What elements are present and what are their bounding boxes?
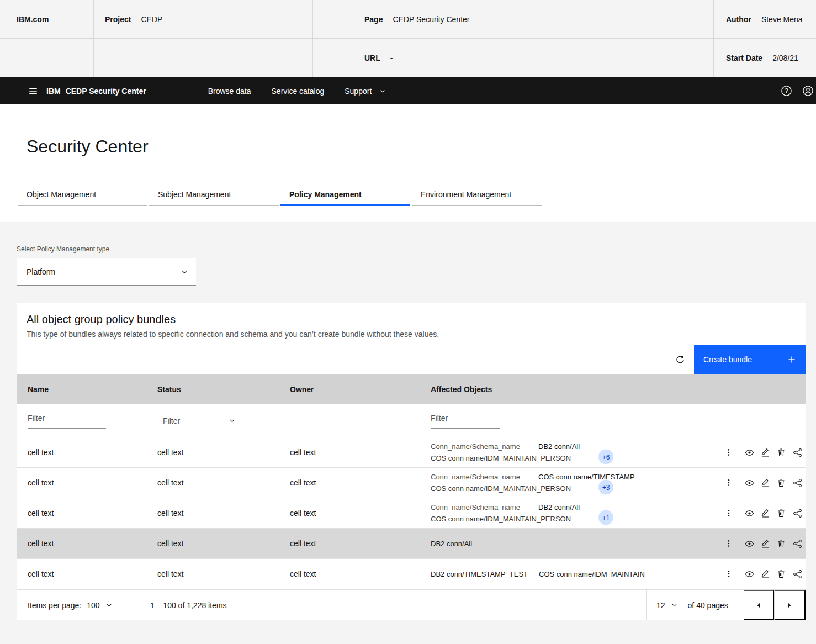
table-row[interactable]: cell text cell text cell text DB2 conn/A… <box>17 529 806 559</box>
edit-icon[interactable] <box>760 539 770 548</box>
flow-icon[interactable] <box>792 569 802 579</box>
overflow-menu-icon[interactable] <box>724 569 734 579</box>
nav-link-browse-data[interactable]: Browse data <box>208 87 251 96</box>
total-pages-text: of 40 pages <box>688 601 728 610</box>
status-filter-label: Filter <box>163 416 180 425</box>
caret-right-icon <box>785 601 794 610</box>
affected-value-2: COS conn name/IDM_MAINTAIN <box>539 568 645 580</box>
items-per-page-select[interactable]: Items per page: 100 <box>17 590 139 620</box>
cell-affected-objects: Conn_name/Schema_name COS conn name/TIME… <box>431 468 717 498</box>
edit-icon[interactable] <box>760 447 770 457</box>
policy-type-dropdown[interactable]: Platform <box>17 258 196 286</box>
status-filter-dropdown[interactable]: Filter <box>163 416 236 425</box>
delete-icon[interactable] <box>776 569 786 579</box>
cell-status-text: cell text <box>157 478 183 487</box>
bundles-subtitle: This type of bundles always related to s… <box>27 330 796 339</box>
cell-name-text: cell text <box>28 569 54 578</box>
table-body: cell text cell text cell text Conn_name/… <box>17 437 806 589</box>
nav-link-service-catalog[interactable]: Service catalog <box>272 87 325 96</box>
previous-page-button[interactable] <box>744 590 774 620</box>
delete-icon[interactable] <box>776 478 786 488</box>
chevron-down-icon <box>105 601 113 609</box>
overflow-menu-icon[interactable] <box>724 508 734 518</box>
flow-icon[interactable] <box>792 447 802 457</box>
flow-icon[interactable] <box>792 478 802 488</box>
author-label: Author <box>726 15 751 24</box>
page-label: Page <box>364 15 383 24</box>
nav-link-support-label: Support <box>345 87 372 96</box>
flow-icon[interactable] <box>792 539 802 548</box>
view-icon[interactable] <box>744 447 754 457</box>
table-filter-row: Filter Filter Filter <box>17 404 806 437</box>
tab-subject-management[interactable]: Subject Management <box>149 186 279 206</box>
help-icon[interactable]: ? <box>780 85 793 98</box>
delete-icon[interactable] <box>776 447 786 457</box>
next-page-button[interactable] <box>774 590 806 620</box>
tab-object-management[interactable]: Object Management <box>18 186 147 206</box>
chevron-down-icon <box>671 601 678 609</box>
affected-count-badge[interactable]: +1 <box>598 510 613 525</box>
cell-owner-text: cell text <box>290 448 316 457</box>
affected-label: Conn_name/Schema_name <box>431 441 538 452</box>
edit-icon[interactable] <box>760 508 770 518</box>
plus-icon <box>787 355 796 364</box>
affected-count-badge[interactable]: +6 <box>598 450 613 464</box>
overflow-menu-icon[interactable] <box>724 447 734 457</box>
page-header: Security Center Object Management Subjec… <box>0 104 816 222</box>
ibm-brand[interactable]: IBM <box>46 87 61 96</box>
page-number-select[interactable]: 12 of 40 pages <box>646 590 744 620</box>
bundles-card: All object group policy bundles This typ… <box>17 303 806 620</box>
delete-icon[interactable] <box>776 539 786 548</box>
view-icon[interactable] <box>744 539 754 548</box>
nav-links: Browse data Service catalog Support <box>208 87 386 96</box>
flow-icon[interactable] <box>792 508 802 518</box>
affected-line2: COS conn name/IDM_MAINTAIN_PERSON <box>431 513 580 525</box>
table-row[interactable]: cell text cell text cell text Conn_name/… <box>17 498 806 529</box>
product-name[interactable]: CEDP Security Center <box>66 87 146 96</box>
bundles-toolbar: Create bundle <box>17 345 806 374</box>
table-row[interactable]: cell text cell text cell text Conn_name/… <box>17 468 806 498</box>
column-header-affected-objects: Affected Objects <box>431 385 717 394</box>
overflow-menu-icon[interactable] <box>724 478 734 488</box>
user-avatar-icon[interactable] <box>801 85 814 98</box>
tab-policy-management[interactable]: Policy Management <box>280 186 410 206</box>
create-bundle-button[interactable]: Create bundle <box>694 345 806 374</box>
meta-col-site: IBM.com <box>0 0 94 77</box>
bundles-title: All object group policy bundles <box>27 313 796 326</box>
cell-status-text: cell text <box>157 448 183 457</box>
cell-affected-objects: Conn_name/Schema_name DB2 conn/All COS c… <box>431 437 717 467</box>
affected-count-badge[interactable]: +3 <box>598 480 613 495</box>
cell-affected-objects: DB2 conn/All <box>431 529 717 558</box>
affected-filter-input[interactable]: Filter <box>431 413 500 429</box>
overflow-menu-icon[interactable] <box>724 539 734 548</box>
cell-name-text: cell text <box>28 509 54 518</box>
delete-icon[interactable] <box>776 508 786 518</box>
name-filter-input[interactable]: Filter <box>28 413 106 429</box>
column-header-status: Status <box>157 385 290 394</box>
tab-environment-management[interactable]: Environment Management <box>412 186 542 206</box>
view-icon[interactable] <box>744 508 754 518</box>
author-value: Steve Mena <box>761 15 803 24</box>
table-row[interactable]: cell text cell text cell text DB2 conn/T… <box>17 559 806 589</box>
page-value: CEDP Security Center <box>393 15 469 24</box>
url-label: URL <box>364 54 380 62</box>
nav-link-support[interactable]: Support <box>345 87 386 96</box>
table-row[interactable]: cell text cell text cell text Conn_name/… <box>17 437 806 468</box>
bundles-card-head: All object group policy bundles This typ… <box>17 303 806 339</box>
items-per-page-label: Items per page: <box>28 601 81 610</box>
view-icon[interactable] <box>744 569 754 579</box>
project-value: CEDP <box>141 15 162 24</box>
tab-bar: Object Management Subject Management Pol… <box>18 186 816 206</box>
hamburger-menu-icon[interactable] <box>28 86 39 97</box>
view-icon[interactable] <box>744 478 754 488</box>
affected-value: DB2 conn/All <box>538 502 580 513</box>
edit-icon[interactable] <box>760 478 770 488</box>
refresh-icon[interactable] <box>667 346 693 373</box>
edit-icon[interactable] <box>760 569 770 579</box>
cell-owner-text: cell text <box>290 509 316 518</box>
top-navbar: IBM CEDP Security Center Browse data Ser… <box>0 77 816 104</box>
page-number-value: 12 <box>656 601 665 610</box>
cell-affected-objects: Conn_name/Schema_name DB2 conn/All COS c… <box>431 498 717 528</box>
chevron-down-icon <box>181 268 188 276</box>
pagination-bar: Items per page: 100 1 – 100 of 1,228 ite… <box>17 589 806 620</box>
